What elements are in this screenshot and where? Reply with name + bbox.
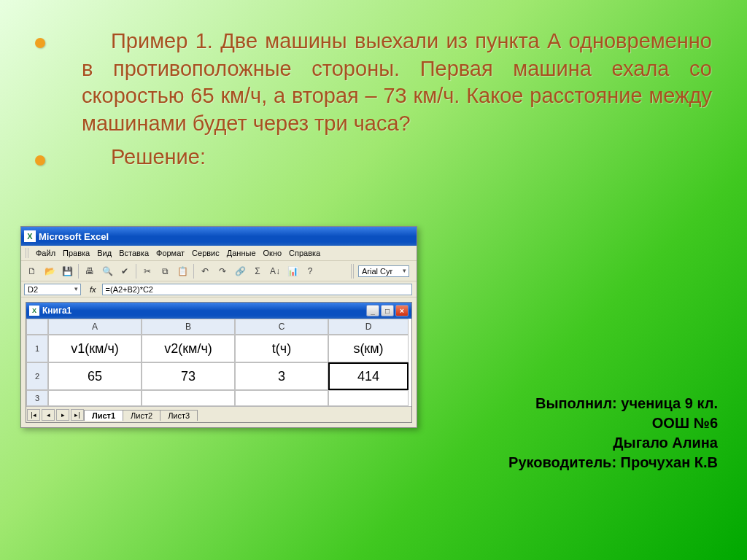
tab-nav-last[interactable]: ▸| — [71, 409, 84, 421]
spreadsheet-grid: A B C D 1 v1(км/ч) v2(км/ч) t(ч) s(км) 2… — [26, 319, 411, 406]
menu-help[interactable]: Справка — [286, 248, 323, 258]
menu-file[interactable]: Файл — [33, 248, 58, 258]
window-close-button[interactable]: × — [395, 305, 409, 316]
menu-grip-icon[interactable] — [26, 248, 30, 258]
bullet-icon — [35, 38, 45, 48]
menu-service[interactable]: Сервис — [189, 248, 222, 258]
row-header-3[interactable]: 3 — [26, 390, 48, 406]
tab-nav-next[interactable]: ▸ — [56, 409, 69, 421]
cell-C1[interactable]: t(ч) — [235, 335, 328, 362]
col-header-C[interactable]: C — [235, 319, 328, 335]
sheet-tab-2[interactable]: Лист2 — [123, 410, 160, 421]
col-header-A[interactable]: A — [48, 319, 142, 335]
formula-bar[interactable]: =(A2+B2)*C2 — [102, 284, 412, 295]
fx-icon[interactable]: fx — [84, 285, 102, 294]
window-minimize-button[interactable]: _ — [366, 305, 379, 316]
menu-view[interactable]: Вид — [94, 248, 115, 258]
problem-text: Пример 1. Две машины выехали из пункта А… — [82, 28, 712, 138]
print-preview-icon[interactable]: 🔍 — [99, 263, 115, 279]
credits-line-1: Выполнил: ученица 9 кл. — [508, 394, 718, 413]
solution-label: Решение: — [82, 145, 206, 169]
cell-C2[interactable]: 3 — [235, 362, 328, 390]
toolbar-separator — [136, 264, 136, 279]
credits-line-4: Руководитель: Прочухан К.В — [508, 453, 718, 472]
formula-bar-row: D2 fx =(A2+B2)*C2 — [21, 281, 417, 298]
format-grip-icon[interactable] — [351, 264, 355, 279]
autosum-icon[interactable]: Σ — [249, 263, 266, 279]
menu-window[interactable]: Окно — [260, 248, 285, 258]
menu-bar: Файл Правка Вид Вставка Формат Сервис Да… — [21, 246, 417, 261]
redo-icon[interactable]: ↷ — [214, 263, 231, 279]
undo-icon[interactable]: ↶ — [197, 263, 213, 279]
menu-format[interactable]: Формат — [153, 248, 187, 258]
workbook-title: Книга1 — [42, 306, 71, 316]
workbook-window: X Книга1 _ □ × A B C D 1 v1(км/ч) v2(км/… — [26, 302, 412, 423]
help-icon[interactable]: ? — [302, 263, 318, 279]
row-header-2[interactable]: 2 — [26, 362, 48, 390]
menu-data[interactable]: Данные — [224, 248, 259, 258]
workbook-icon: X — [29, 306, 39, 316]
excel-window: X Microsoft Excel Файл Правка Вид Вставк… — [20, 226, 417, 428]
cell-A1[interactable]: v1(км/ч) — [48, 335, 142, 362]
hyperlink-icon[interactable]: 🔗 — [232, 263, 248, 279]
standard-toolbar: 🗋 📂 💾 🖶 🔍 ✔ ✂ ⧉ 📋 ↶ ↷ 🔗 Σ A↓ 📊 ? Arial C… — [21, 261, 417, 281]
cell-B1[interactable]: v2(км/ч) — [142, 335, 235, 362]
new-file-icon[interactable]: 🗋 — [24, 263, 40, 279]
menu-insert[interactable]: Вставка — [116, 248, 152, 258]
tab-nav-first[interactable]: |◂ — [27, 409, 40, 421]
cell-B2[interactable]: 73 — [142, 362, 235, 390]
select-all-corner[interactable] — [26, 319, 48, 335]
credits-line-3: Дыгало Алина — [508, 433, 718, 453]
name-box[interactable]: D2 — [24, 284, 81, 295]
cell-D3[interactable] — [328, 390, 409, 406]
sheet-tab-1[interactable]: Лист1 — [84, 410, 123, 421]
font-select[interactable]: Arial Cyr — [358, 265, 409, 277]
cell-C3[interactable] — [235, 390, 328, 406]
window-maximize-button[interactable]: □ — [381, 305, 394, 316]
open-icon[interactable]: 📂 — [42, 263, 58, 279]
workbook-titlebar[interactable]: X Книга1 _ □ × — [26, 303, 411, 319]
chart-wizard-icon[interactable]: 📊 — [285, 263, 301, 279]
copy-icon[interactable]: ⧉ — [157, 263, 173, 279]
paste-icon[interactable]: 📋 — [174, 263, 190, 279]
sheet-tab-bar: |◂ ◂ ▸ ▸| Лист1 Лист2 Лист3 — [26, 406, 411, 422]
toolbar-separator — [193, 264, 194, 279]
cell-D1[interactable]: s(км) — [328, 335, 409, 362]
bullet-icon — [35, 155, 45, 166]
app-title: Microsoft Excel — [39, 231, 109, 242]
app-titlebar[interactable]: X Microsoft Excel — [21, 227, 417, 246]
save-icon[interactable]: 💾 — [59, 263, 75, 279]
col-header-D[interactable]: D — [328, 319, 409, 335]
sheet-tab-3[interactable]: Лист3 — [160, 410, 198, 421]
toolbar-separator — [78, 264, 79, 279]
row-header-1[interactable]: 1 — [26, 335, 48, 362]
sort-asc-icon[interactable]: A↓ — [267, 263, 283, 279]
credits-block: Выполнил: ученица 9 кл. ООШ №6 Дыгало Ал… — [508, 394, 718, 472]
spelling-icon[interactable]: ✔ — [117, 263, 133, 279]
cell-A2[interactable]: 65 — [48, 362, 142, 390]
problem-body: Пример 1. Две машины выехали из пункта А… — [82, 29, 712, 135]
tab-nav-prev[interactable]: ◂ — [42, 409, 55, 421]
cell-D2[interactable]: 414 — [328, 362, 409, 390]
cell-A3[interactable] — [48, 390, 142, 406]
cut-icon[interactable]: ✂ — [139, 263, 155, 279]
credits-line-2: ООШ №6 — [508, 413, 718, 433]
excel-app-icon: X — [24, 230, 36, 242]
col-header-B[interactable]: B — [142, 319, 235, 335]
print-icon[interactable]: 🖶 — [82, 263, 98, 279]
cell-B3[interactable] — [142, 390, 235, 406]
menu-edit[interactable]: Правка — [60, 248, 93, 258]
